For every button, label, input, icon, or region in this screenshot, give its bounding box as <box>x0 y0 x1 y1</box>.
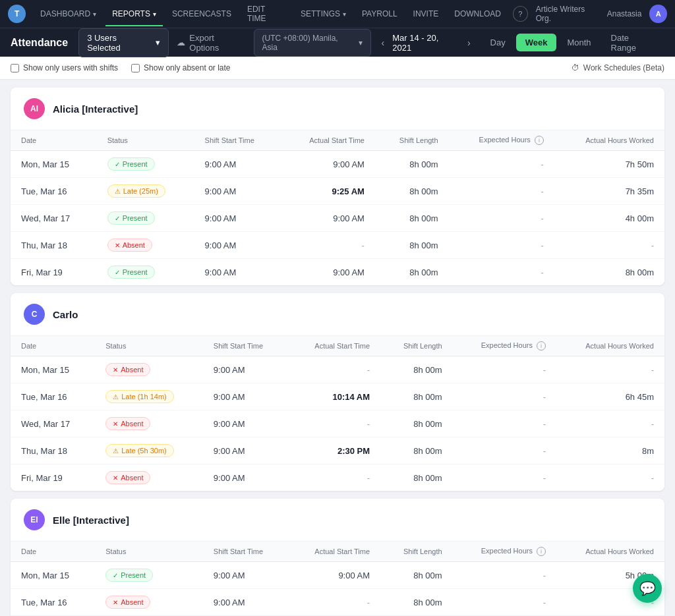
col-actual-start: Actual Start Time <box>288 336 380 356</box>
chevron-down-icon: ▾ <box>93 11 96 18</box>
cell-expected-hours: - <box>453 562 556 589</box>
user-name-label: Alicia [Interactive] <box>53 103 138 115</box>
cell-status: ⚠ Late (1h 14m) <box>95 383 203 410</box>
col-expected-hours: Expected Hours i <box>453 336 556 356</box>
col-status: Status <box>95 336 203 356</box>
show-shifts-filter[interactable]: Show only users with shifts <box>11 63 118 72</box>
col-actual-hours: Actual Hours Worked <box>556 542 664 562</box>
prev-date-button[interactable]: ‹ <box>379 35 388 51</box>
cell-shift-length: 8h 00m <box>380 589 453 616</box>
timezone-selector[interactable]: (UTC +08:00) Manila, Asia ▾ <box>254 29 371 57</box>
cell-actual-hours: 6h 45m <box>556 383 664 410</box>
tab-month[interactable]: Month <box>558 34 600 51</box>
cell-actual-start: - <box>288 589 380 616</box>
user-header: AI Alicia [Interactive] <box>11 88 664 130</box>
user-name-label: Elle [Interactive] <box>53 515 129 526</box>
cell-date: Tue, Mar 16 <box>11 383 95 410</box>
table-row: Fri, Mar 19 ✓ Present 9:00 AM 9:00 AM 8h… <box>11 259 664 286</box>
info-icon[interactable]: i <box>537 547 546 556</box>
col-shift-start: Shift Start Time <box>194 130 281 151</box>
cell-shift-length: 8h 00m <box>375 151 449 178</box>
nav-reports[interactable]: REPORTS ▾ <box>105 7 163 21</box>
cell-shift-length: 8h 00m <box>380 562 453 589</box>
main-content: AI Alicia [Interactive] Date Status Shif… <box>0 80 675 616</box>
sub-navigation: Attendance 3 Users Selected ▾ ☁ Export O… <box>0 28 675 57</box>
show-absent-checkbox[interactable] <box>131 64 140 72</box>
tab-week[interactable]: Week <box>516 34 557 51</box>
users-selected-button[interactable]: 3 Users Selected ▾ <box>78 28 169 57</box>
cell-date: Thu, Mar 18 <box>11 232 97 259</box>
cell-expected-hours: - <box>453 437 556 464</box>
nav-screencasts[interactable]: SCREENCASTS <box>165 7 238 21</box>
chat-button[interactable]: 💬 <box>633 574 662 603</box>
cell-actual-hours: - <box>556 464 664 491</box>
cell-date: Mon, Mar 15 <box>11 562 95 589</box>
work-schedules-button[interactable]: ⏱ Work Schedules (Beta) <box>572 63 664 72</box>
help-button[interactable]: ? <box>513 6 528 22</box>
cell-shift-start: 9:00 AM <box>203 589 288 616</box>
cell-shift-start: 9:00 AM <box>203 356 288 383</box>
cell-actual-start: 9:00 AM <box>288 562 380 589</box>
show-absent-filter[interactable]: Show only absent or late <box>131 63 230 72</box>
status-badge: ✕ Absent <box>105 471 150 484</box>
attendance-table: Date Status Shift Start Time Actual Star… <box>11 336 664 491</box>
app-logo[interactable]: T <box>8 5 26 23</box>
cell-date: Fri, Mar 19 <box>11 259 97 286</box>
nav-payroll[interactable]: PAYROLL <box>355 7 404 21</box>
info-icon[interactable]: i <box>537 341 546 350</box>
cell-shift-length: 8h 00m <box>380 383 453 410</box>
next-date-button[interactable]: › <box>465 35 473 51</box>
cell-actual-start: 9:00 AM <box>281 259 374 286</box>
status-icon: ✕ <box>113 474 118 482</box>
cell-shift-length: 8h 00m <box>380 464 453 491</box>
avatar: AI <box>24 98 45 119</box>
cell-actual-start: - <box>288 356 380 383</box>
col-expected-hours: Expected Hours i <box>449 130 554 151</box>
table-row: Wed, Mar 17 ✕ Absent 9:00 AM - 8h 00m - … <box>11 410 664 437</box>
export-options-button[interactable]: ☁ Export Options <box>177 33 245 53</box>
col-shift-start: Shift Start Time <box>203 336 288 356</box>
cell-date: Tue, Mar 16 <box>11 589 95 616</box>
col-date: Date <box>11 336 95 356</box>
cell-expected-hours: - <box>449 232 554 259</box>
cell-expected-hours: - <box>453 589 556 616</box>
nav-download[interactable]: DOWNLOAD <box>448 7 508 21</box>
cell-status: ✓ Present <box>97 151 194 178</box>
user-header: EI Elle [Interactive] <box>11 499 664 542</box>
user-avatar[interactable]: A <box>649 5 667 23</box>
col-date: Date <box>11 542 95 562</box>
tab-day[interactable]: Day <box>481 34 515 51</box>
info-icon[interactable]: i <box>535 136 544 145</box>
cell-shift-start: 9:00 AM <box>194 232 281 259</box>
col-shift-start: Shift Start Time <box>203 542 288 562</box>
cell-status: ✓ Present <box>95 562 203 589</box>
col-actual-start: Actual Start Time <box>288 542 380 562</box>
table-row: Wed, Mar 17 ✓ Present 9:00 AM 9:00 AM 8h… <box>11 205 664 232</box>
status-icon: ✓ <box>115 215 120 222</box>
cell-status: ⚠ Late (25m) <box>97 178 194 205</box>
cell-date: Mon, Mar 15 <box>11 151 97 178</box>
user-header: C Carlo <box>11 293 664 336</box>
nav-dashboard[interactable]: DASHBOARD ▾ <box>34 7 103 21</box>
cell-shift-length: 8h 00m <box>380 356 453 383</box>
status-badge: ✓ Present <box>107 157 155 171</box>
show-shifts-checkbox[interactable] <box>11 64 19 72</box>
col-shift-length: Shift Length <box>375 130 449 151</box>
status-icon: ✕ <box>115 242 120 249</box>
status-badge: ✕ Absent <box>105 417 150 430</box>
status-icon: ⚠ <box>113 393 119 401</box>
cell-date: Wed, Mar 17 <box>11 410 95 437</box>
table-row: Mon, Mar 15 ✓ Present 9:00 AM 9:00 AM 8h… <box>11 562 664 589</box>
nav-edit-time[interactable]: EDIT TIME <box>241 2 291 26</box>
table-row: Fri, Mar 19 ✕ Absent 9:00 AM - 8h 00m - … <box>11 464 664 491</box>
tab-date-range[interactable]: Date Range <box>602 29 664 57</box>
cell-actual-hours: - <box>556 410 664 437</box>
chevron-down-icon: ▾ <box>343 11 346 18</box>
status-icon: ✕ <box>113 599 118 606</box>
nav-settings[interactable]: SETTINGS ▾ <box>294 7 353 21</box>
cell-actual-start: 9:25 AM <box>281 178 374 205</box>
nav-invite[interactable]: INVITE <box>407 7 446 21</box>
status-icon: ⚠ <box>115 188 121 195</box>
clock-icon: ⏱ <box>572 63 579 72</box>
cell-actual-start: 9:00 AM <box>281 151 374 178</box>
